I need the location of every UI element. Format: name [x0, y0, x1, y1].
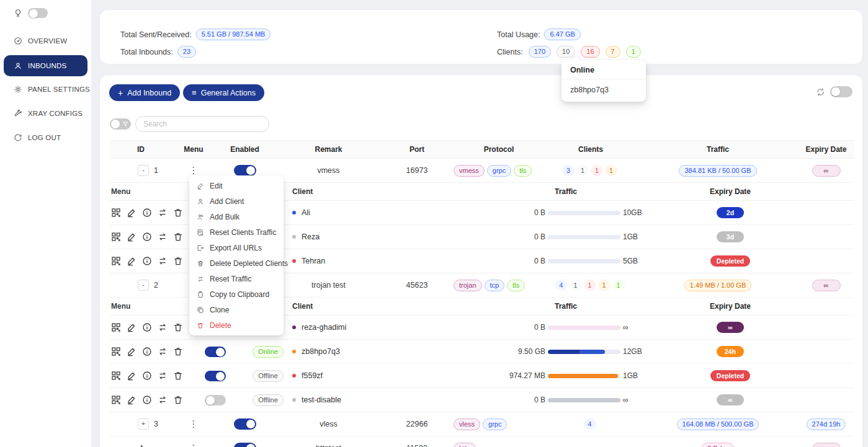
client-count-badge[interactable]: 1 [584, 280, 596, 291]
qr-code-icon[interactable] [111, 347, 121, 356]
sidebar-item-logout[interactable]: LOG OUT [0, 128, 91, 147]
qr-code-icon[interactable] [111, 371, 121, 381]
clients-count-total[interactable]: 170 [529, 46, 551, 58]
trash-icon[interactable] [173, 371, 183, 381]
add-inbound-button[interactable]: + Add Inbound [109, 84, 180, 101]
subheader-traffic: Traffic [457, 187, 674, 196]
remark-cell: trojan test [274, 281, 383, 290]
menu-item-add-bulk[interactable]: Add Bulk [189, 209, 284, 224]
clients-count-deactive[interactable]: 10 [557, 46, 575, 58]
client-count-badge[interactable]: 1 [591, 165, 603, 176]
reset-traffic-icon[interactable] [158, 322, 168, 332]
menu-item-delete-depleted-clients[interactable]: Delete Depleted Clients [189, 255, 284, 271]
qr-code-icon[interactable] [111, 395, 121, 405]
info-icon[interactable] [142, 347, 152, 356]
edit-icon[interactable] [127, 232, 136, 242]
collapse-button[interactable]: - [138, 280, 149, 291]
client-count-badge[interactable]: 4 [584, 418, 596, 430]
total-inbounds-value: 23 [177, 46, 196, 58]
edit-icon[interactable] [127, 256, 136, 266]
collapse-button[interactable]: - [138, 165, 149, 176]
total-inbounds: Total Inbounds: 23 [120, 46, 196, 58]
remark-cell: vless [274, 420, 383, 428]
reset-traffic-icon[interactable] [158, 347, 168, 356]
expand-button[interactable]: + [138, 418, 149, 430]
edit-icon[interactable] [127, 208, 136, 218]
reset-traffic-icon[interactable] [158, 256, 168, 266]
client-menu-cell [110, 347, 184, 356]
qr-code-icon[interactable] [111, 232, 121, 242]
info-icon[interactable] [142, 208, 152, 218]
menu-item-add-client[interactable]: Add Client [189, 193, 284, 209]
client-count-badge[interactable]: 1 [612, 280, 625, 291]
client-count-badge[interactable]: 1 [576, 165, 589, 176]
trash-icon[interactable] [173, 232, 183, 242]
client-count-badge[interactable]: 1 [605, 165, 617, 176]
reset-traffic-icon[interactable] [158, 232, 168, 242]
edit-icon[interactable] [127, 347, 136, 356]
refresh-icon[interactable] [816, 87, 825, 97]
sidebar-item-panel-settings[interactable]: PANEL SETTINGS [0, 80, 91, 99]
client-menu-cell [110, 371, 184, 381]
info-icon[interactable] [142, 371, 152, 381]
edit-icon[interactable] [127, 395, 136, 405]
client-enabled-toggle[interactable] [205, 395, 226, 405]
info-icon[interactable] [142, 322, 152, 332]
reset-traffic-icon[interactable] [158, 208, 168, 218]
row-menu-button[interactable]: ⋮ [189, 444, 199, 447]
sidebar-item-overview[interactable]: OVERVIEW [0, 32, 91, 50]
expiry-badge: 274d 19h [807, 418, 846, 430]
row-menu-button[interactable]: ⋮ [189, 166, 199, 175]
enabled-toggle[interactable] [234, 418, 256, 430]
info-icon[interactable] [142, 395, 152, 405]
enabled-toggle[interactable] [234, 165, 256, 176]
client-count-badge[interactable]: 1 [570, 280, 582, 291]
qr-code-icon[interactable] [111, 322, 121, 332]
clients-count-depleted[interactable]: 16 [581, 46, 599, 58]
row-menu-button[interactable]: ⋮ [189, 420, 199, 428]
traffic-used: 0 B [457, 232, 548, 241]
sidebar-item-inbounds[interactable]: INBOUNDS [4, 55, 87, 76]
plus-icon: + [118, 89, 123, 97]
client-count-badge[interactable]: 3 [562, 165, 575, 176]
trash-icon [197, 322, 204, 329]
trash-icon[interactable] [173, 322, 183, 332]
qr-code-icon[interactable] [111, 256, 121, 266]
search-row [110, 116, 269, 132]
menu-item-export-all-urls[interactable]: Export All URLs [189, 240, 284, 255]
search-input[interactable] [135, 116, 269, 132]
reset-traffic-icon[interactable] [158, 371, 168, 381]
trash-icon[interactable] [173, 256, 183, 266]
sidebar-item-xray-configs[interactable]: XRAY CONFIGS [0, 104, 91, 123]
client-enabled-toggle[interactable] [205, 347, 226, 357]
qr-code-icon[interactable] [111, 208, 121, 218]
enabled-toggle[interactable] [234, 443, 256, 447]
info-icon[interactable] [142, 232, 152, 242]
trash-icon[interactable] [173, 208, 183, 218]
trash-icon[interactable] [173, 395, 183, 405]
client-count-badge[interactable]: 1 [598, 280, 611, 291]
client-count-badge[interactable]: 4 [555, 280, 568, 291]
trash-icon[interactable] [173, 347, 183, 356]
menu-item-reset-clients-traffic[interactable]: Reset Clients Traffic [189, 224, 284, 240]
menu-item-delete[interactable]: Delete [189, 317, 284, 333]
edit-icon[interactable] [127, 371, 136, 381]
menu-item-copy-to-clipboard[interactable]: Copy to Clipboard [189, 286, 284, 302]
traffic-badge: 1.49 MB / 1.00 GB [684, 280, 752, 291]
traffic-used: 974.27 MB [457, 371, 548, 380]
menu-item-reset-traffic[interactable]: Reset Traffic [189, 271, 284, 286]
expiry-badge: ∞ [812, 165, 841, 177]
clients-count-online[interactable]: 1 [626, 46, 641, 58]
general-actions-button[interactable]: ≡ General Actions [183, 84, 264, 101]
edit-icon[interactable] [127, 322, 136, 332]
menu-item-edit[interactable]: Edit [189, 178, 284, 193]
menu-item-clone[interactable]: Clone [189, 302, 284, 317]
filter-toggle[interactable] [110, 118, 131, 130]
theme-toggle[interactable] [28, 8, 48, 18]
client-row-f559zf: Offline f559zf 974.27 MB 1GB Depleted [110, 364, 854, 388]
auto-refresh-toggle[interactable] [830, 86, 852, 97]
client-enabled-toggle[interactable] [205, 371, 226, 381]
info-icon[interactable] [142, 256, 152, 266]
clients-count-expiring[interactable]: 7 [606, 46, 620, 58]
reset-traffic-icon[interactable] [158, 395, 168, 405]
